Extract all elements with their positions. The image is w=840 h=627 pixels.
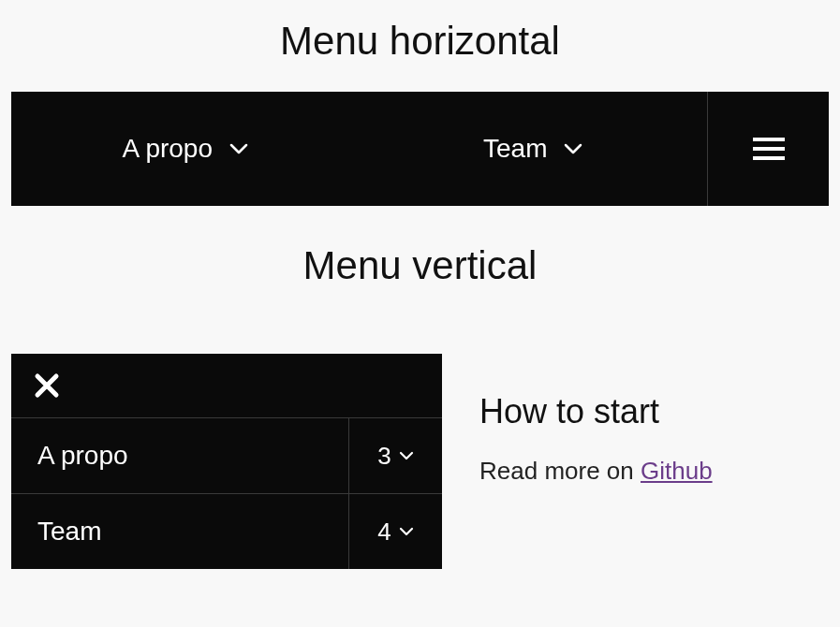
side-text: Read more on Github — [479, 454, 742, 488]
side-text-prefix: Read more on — [479, 457, 641, 485]
svg-rect-2 — [753, 156, 785, 160]
hmenu-item-label: A propo — [122, 134, 213, 164]
chevron-down-icon — [229, 143, 248, 154]
svg-rect-0 — [753, 138, 785, 141]
chevron-down-icon — [399, 527, 414, 536]
hmenu-item-apropo[interactable]: A propo — [11, 92, 360, 206]
vmenu-count-value: 4 — [377, 518, 391, 547]
svg-rect-1 — [753, 147, 785, 151]
hamburger-icon — [753, 136, 785, 162]
vmenu-item-label: Team — [11, 494, 348, 569]
vmenu-close-button[interactable] — [11, 354, 442, 418]
vmenu-item-team[interactable]: Team 4 — [11, 494, 442, 569]
side-heading: How to start — [479, 391, 742, 431]
vmenu-item-label: A propo — [11, 418, 348, 493]
hamburger-menu-button[interactable] — [707, 92, 829, 206]
hmenu-item-team[interactable]: Team — [360, 92, 708, 206]
hmenu-item-label: Team — [483, 134, 547, 164]
side-content: How to start Read more on Github — [479, 354, 742, 488]
vmenu-item-apropo[interactable]: A propo 3 — [11, 418, 442, 494]
vmenu-count-value: 3 — [377, 442, 391, 471]
horizontal-menu-heading: Menu horizontal — [0, 0, 840, 92]
chevron-down-icon — [399, 451, 414, 460]
close-icon — [34, 372, 420, 399]
vertical-menu: A propo 3 Team 4 — [11, 354, 442, 569]
github-link[interactable]: Github — [641, 457, 713, 485]
vmenu-item-count: 3 — [348, 418, 442, 493]
horizontal-menu: A propo Team — [11, 92, 829, 206]
vertical-menu-heading: Menu vertical — [0, 206, 840, 326]
chevron-down-icon — [564, 143, 582, 154]
vmenu-item-count: 4 — [348, 494, 442, 569]
